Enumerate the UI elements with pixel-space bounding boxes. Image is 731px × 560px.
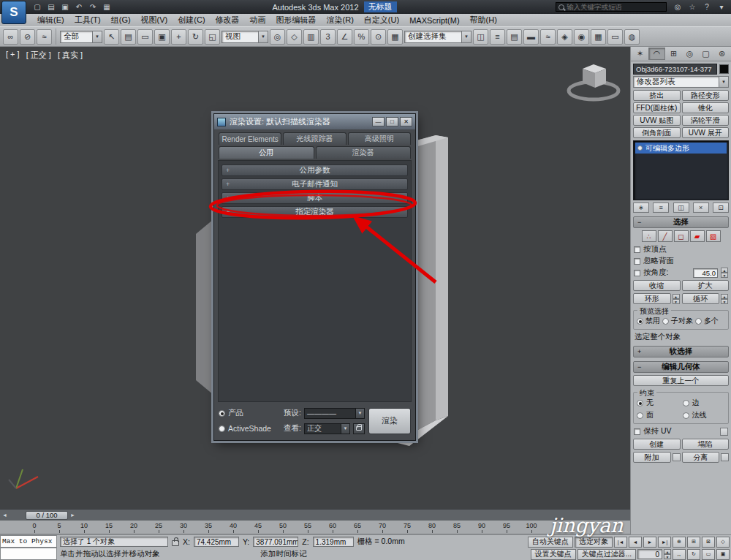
viewport-menu-general[interactable]: [ + ] <box>6 50 20 61</box>
detach-button[interactable]: 分离 <box>682 452 720 463</box>
select-object-icon[interactable]: ↖ <box>104 29 119 45</box>
time-slider-handle[interactable]: 0 / 100 <box>26 511 68 520</box>
lock-view-button[interactable] <box>353 423 365 434</box>
angle-spinner[interactable]: ▲▼ <box>721 268 728 278</box>
tab-motion[interactable]: ◎ <box>682 48 697 60</box>
visibility-bulb-icon[interactable] <box>637 145 643 151</box>
snaps-toggle-icon[interactable]: 3 <box>320 29 336 45</box>
rollout-email-notifications[interactable]: + 电子邮件通知 <box>221 178 408 190</box>
save-file-icon[interactable]: ▣ <box>58 1 72 12</box>
select-and-move-icon[interactable]: + <box>171 29 186 45</box>
use-pivot-center-icon[interactable]: ◎ <box>270 29 285 45</box>
y-coordinate-field[interactable]: 3877.091mm <box>253 537 298 547</box>
preview-multi-radio[interactable] <box>695 318 702 325</box>
object-color-swatch[interactable] <box>719 64 729 74</box>
constraint-edge-radio[interactable] <box>683 400 689 406</box>
tab-modify[interactable]: ◠ <box>648 48 665 60</box>
object-name-field[interactable]: Obj3d66-723107-14-377 <box>633 64 717 75</box>
maximize-viewport-icon[interactable]: ▣ <box>716 549 730 560</box>
auto-key-button[interactable]: 自动关键点 <box>528 537 573 548</box>
help-icon[interactable]: ? <box>700 1 713 12</box>
mirror-icon[interactable]: ◫ <box>473 29 488 45</box>
attach-button[interactable]: 附加 <box>633 452 671 463</box>
selection-filter-dropdown[interactable]: 全部 ▼ <box>60 31 102 43</box>
tab-utilities[interactable]: ⊛ <box>714 48 730 60</box>
menu-views[interactable]: 视图(V) <box>136 15 173 26</box>
zoom-icon[interactable]: ⊕ <box>673 537 686 548</box>
tab-common[interactable]: 公用 <box>219 146 314 159</box>
tab-create[interactable]: ✶ <box>632 48 648 60</box>
play-animation-icon[interactable]: ► <box>643 537 656 548</box>
track-bar[interactable]: 0510152025303540455055606570758085909510… <box>0 521 630 534</box>
preserve-uv-settings-button[interactable] <box>720 428 728 436</box>
maxscript-mini-listener[interactable]: Max to Physx ( <box>0 535 57 548</box>
checkbox-icon[interactable] <box>634 270 640 276</box>
go-to-start-icon[interactable]: |◄ <box>614 537 627 548</box>
current-time-field[interactable]: 0 <box>637 549 662 559</box>
menu-rendering[interactable]: 渲染(R) <box>322 15 359 26</box>
border-mode-icon[interactable]: ◻ <box>674 230 689 242</box>
new-scene-icon[interactable]: ▢ <box>31 1 44 12</box>
selection-lock-icon[interactable] <box>172 540 179 546</box>
scene-object-left-face[interactable] <box>196 219 213 395</box>
previous-frame-icon[interactable]: ◄ <box>629 537 642 548</box>
vertex-mode-icon[interactable]: ∴ <box>642 230 656 242</box>
preset-dropdown[interactable]: ———— ▼ <box>304 408 365 419</box>
rollout-soft-selection[interactable]: + 软选择 <box>633 346 729 357</box>
render-setup-icon[interactable]: ▦ <box>591 29 606 45</box>
slider-right-arrow[interactable]: ► <box>68 512 77 518</box>
bind-to-space-warp-icon[interactable]: ≈ <box>37 29 52 45</box>
by-vertex-checkbox[interactable]: 按顶点 <box>634 244 728 254</box>
communication-center-icon[interactable]: ◎ <box>671 1 684 12</box>
scene-object-side-face[interactable] <box>436 135 448 420</box>
viewport-menu-pov[interactable]: [ 正交 ] <box>26 50 51 61</box>
btn-taper[interactable]: 锥化 <box>682 102 730 113</box>
collapse-button[interactable]: 塌陷 <box>682 439 730 450</box>
add-time-tag[interactable]: 添加时间标记 <box>261 549 307 559</box>
window-crossing-icon[interactable]: ▣ <box>154 29 170 45</box>
zoom-all-icon[interactable]: ⊞ <box>687 537 700 548</box>
orbit-icon[interactable]: ↻ <box>687 549 700 560</box>
minimize-button[interactable]: — <box>372 117 385 126</box>
search-input[interactable] <box>567 3 654 11</box>
slider-left-arrow[interactable]: ◄ <box>0 512 10 518</box>
menu-group[interactable]: 组(G) <box>106 15 136 26</box>
infocenter-menu-icon[interactable]: ▾ <box>715 1 728 12</box>
menu-customize[interactable]: 自定义(U) <box>359 15 404 26</box>
project-folder-icon[interactable]: ▦ <box>100 1 113 12</box>
menu-modifiers[interactable]: 修改器 <box>211 15 245 26</box>
checkbox-icon[interactable] <box>634 258 640 265</box>
favorites-icon[interactable]: ☆ <box>686 1 699 12</box>
ring-button[interactable]: 环形 <box>633 293 671 304</box>
render-button[interactable]: 渲染 <box>368 408 411 434</box>
preview-disable-radio[interactable] <box>637 318 643 325</box>
rollout-edit-geometry[interactable]: − 编辑几何体 <box>633 361 729 373</box>
tab-renderer[interactable]: 渲染器 <box>316 146 412 159</box>
preserve-uv-checkbox[interactable]: 保持 UV <box>634 426 728 436</box>
ring-spinner[interactable]: ▲▼ <box>673 294 680 304</box>
attach-list-button[interactable] <box>673 453 681 461</box>
graphite-ribbon-icon[interactable]: ▬ <box>523 29 539 45</box>
btn-ffd-cylinder[interactable]: FFD(圆柱体) <box>633 102 681 113</box>
unlink-selection-icon[interactable]: ⊘ <box>20 29 35 45</box>
x-coordinate-field[interactable]: 74.425mm <box>194 537 239 547</box>
go-to-end-icon[interactable]: ►| <box>658 537 671 548</box>
schematic-view-icon[interactable]: ◈ <box>557 29 572 45</box>
rectangular-selection-region-icon[interactable]: ▭ <box>137 29 153 45</box>
element-mode-icon[interactable]: ▧ <box>706 230 721 242</box>
curve-editor-icon[interactable]: ≈ <box>540 29 556 45</box>
loop-spinner[interactable]: ▲▼ <box>721 294 728 304</box>
spinner-snap-icon[interactable]: ⊙ <box>371 29 386 45</box>
tab-display[interactable]: ▢ <box>698 48 713 60</box>
redo-icon[interactable]: ↷ <box>86 1 99 12</box>
btn-bevel-profile[interactable]: 倒角剖面 <box>633 127 681 138</box>
field-of-view-icon[interactable]: ◇ <box>716 537 730 548</box>
detach-settings-button[interactable] <box>721 453 729 461</box>
by-angle-checkbox[interactable]: 按角度: 45.0 ▲▼ <box>634 268 728 278</box>
rendered-frame-window-icon[interactable]: ▭ <box>607 29 623 45</box>
pin-stack-icon[interactable]: ∗ <box>633 203 649 213</box>
dialog-titlebar[interactable]: 渲染设置: 默认扫描线渲染器 — □ ✕ <box>214 114 415 129</box>
tab-hierarchy[interactable]: ⊞ <box>666 48 681 60</box>
btn-path-deform[interactable]: 路径变形 <box>682 90 730 101</box>
make-unique-icon[interactable]: ◫ <box>673 203 689 213</box>
